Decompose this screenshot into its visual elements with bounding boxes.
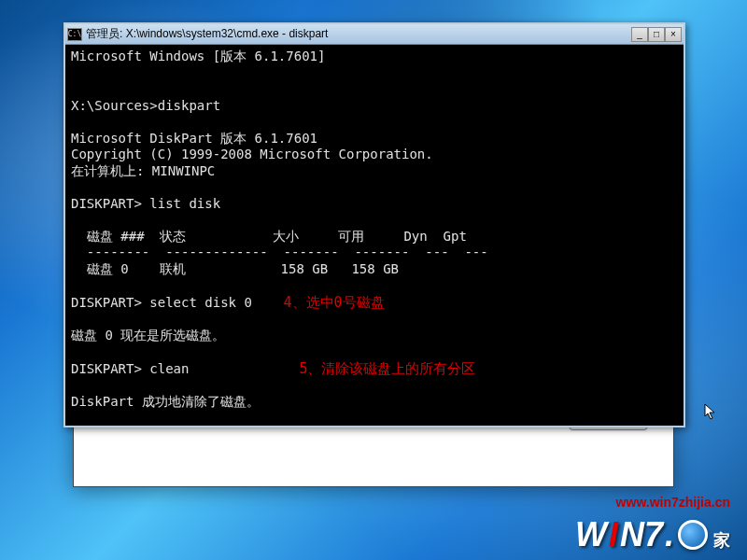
logo: WIN7. 家 [575, 515, 730, 554]
cmd-line: DISKPART> select disk 0 [71, 295, 284, 310]
cmd-line: Microsoft Windows [版本 6.1.7601] [71, 49, 325, 63]
close-button[interactable]: × [665, 27, 682, 42]
logo-dot: . [665, 515, 674, 554]
cmd-line: Copyright (C) 1999-2008 Microsoft Corpor… [71, 147, 433, 161]
logo-w: W [575, 515, 607, 554]
cmd-line: DISKPART> list disk [71, 196, 220, 211]
cmd-window: C:\ 管理员: X:\windows\system32\cmd.exe - d… [63, 22, 685, 427]
logo-i: I [609, 515, 618, 554]
minimize-button[interactable]: _ [631, 27, 648, 42]
cmd-line: DiskPart 成功地清除了磁盘。 [71, 394, 260, 409]
cmd-line: Microsoft DiskPart 版本 6.1.7601 [71, 131, 317, 146]
logo-sub: 家 [713, 529, 730, 552]
cmd-line: DISKPART> clean [71, 361, 299, 376]
annotation-5: 5、清除该磁盘上的所有分区 [299, 360, 475, 377]
watermark-url: www.win7zhijia.cn [616, 495, 730, 510]
cmd-line: 磁盘 0 联机 158 GB 158 GB [71, 261, 399, 276]
annotation-4: 4、选中0号磁盘 [284, 294, 385, 311]
logo-n7: N7 [620, 515, 663, 554]
cmd-line: 在计算机上: MINWINPC [71, 163, 215, 178]
window-controls: _ □ × [631, 27, 682, 42]
cmd-line: -------- ------------- ------- ------- -… [71, 245, 488, 259]
cmd-titlebar[interactable]: C:\ 管理员: X:\windows\system32\cmd.exe - d… [65, 24, 684, 45]
cmd-line: X:\Sources>diskpart [71, 98, 220, 113]
cmd-icon: C:\ [67, 28, 82, 41]
cmd-line: 磁盘 0 现在是所选磁盘。 [71, 328, 225, 343]
logo-orb-icon [678, 520, 708, 550]
cmd-output[interactable]: Microsoft Windows [版本 6.1.7601] X:\Sourc… [65, 45, 684, 426]
cmd-line: 磁盘 ### 状态 大小 可用 Dyn Gpt [71, 229, 467, 244]
maximize-button[interactable]: □ [648, 27, 665, 42]
cmd-title: 管理员: X:\windows\system32\cmd.exe - diskp… [86, 26, 631, 42]
